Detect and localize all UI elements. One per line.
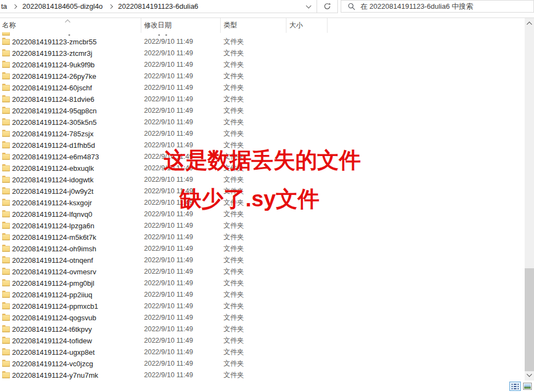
folder-row[interactable]: 20220814191124-ovmesrv 2022/9/10 11:49 文… [0, 266, 515, 278]
folder-icon [2, 61, 10, 68]
item-type: 文件夹 [223, 358, 244, 370]
folder-name: 20220814191124-9uk9f9b [12, 59, 95, 71]
folder-row[interactable]: 20220814191124-pp2iiuq 2022/9/10 11:49 文… [0, 289, 515, 301]
folder-name: 20220814191124-ebxuqlk [12, 163, 94, 174]
address-bar: ta 20220814184605-dizgl4o 20220814191123… [0, 0, 317, 13]
scrollbar-down-arrow[interactable] [527, 372, 532, 377]
search-box[interactable] [341, 0, 534, 13]
date-modified: 2022/9/10 11:49 [144, 232, 193, 243]
sort-ascending-icon [65, 20, 71, 25]
folder-row[interactable]: 20220814191124-t6tkpvy 2022/9/10 11:49 文… [0, 324, 515, 335]
folder-name: 20220814191124-j0w9y2t [12, 186, 94, 197]
item-type: 文件夹 [223, 105, 244, 117]
column-header-name-label: 名称 [2, 21, 16, 30]
folder-name: 20220814191124-785zsjx [12, 128, 94, 140]
item-type: 文件夹 [223, 278, 244, 289]
scrollbar-up-arrow[interactable] [527, 22, 532, 27]
folder-name: 20220814191124-vc0jzcg [12, 358, 93, 370]
folder-row[interactable]: 20220814191124-pmg0bjl 2022/9/10 11:49 文… [0, 278, 515, 289]
folder-icon [2, 118, 10, 126]
folder-row[interactable]: 20220814191124-95qp8cn 2022/9/10 11:49 文… [0, 105, 515, 117]
item-type: 文件夹 [223, 128, 244, 140]
folder-row[interactable]: 20220814191124-ppmxcb1 2022/9/10 11:49 文… [0, 301, 515, 312]
folder-icon [2, 348, 10, 356]
item-type: 文件夹 [223, 255, 244, 266]
date-modified: 2022/9/10 11:49 [144, 335, 193, 347]
folder-row[interactable]: 20220814191124-9uk9f9b 2022/9/10 11:49 文… [0, 59, 515, 71]
folder-row[interactable]: 20220814191124-vc0jzcg 2022/9/10 11:49 文… [0, 358, 515, 370]
date-modified: 2022/9/10 11:49 [144, 174, 193, 186]
folder-row[interactable]: 20220814191124-785zsjx 2022/9/10 11:49 文… [0, 128, 515, 140]
folder-name: 20220814191124-ugxp8et [12, 347, 95, 358]
folder-row[interactable]: 20220814191124-60jschf 2022/9/10 11:49 文… [0, 82, 515, 94]
folder-row[interactable]: 20220814191124-qogsvub 2022/9/10 11:49 文… [0, 312, 515, 324]
folder-row[interactable]: 20220814191124-26py7ke 2022/9/10 11:49 文… [0, 71, 515, 82]
details-view-button[interactable] [509, 382, 521, 391]
date-modified: 2022/9/10 11:49 [144, 220, 193, 232]
folder-row[interactable]: 20220814191123-ztcmr3j 2022/9/10 11:49 文… [0, 48, 515, 59]
date-modified: 2022/9/10 11:49 [144, 358, 193, 370]
item-type: 文件夹 [223, 324, 244, 335]
clipped-row-top [0, 32, 515, 36]
folder-name: 20220814191124-305k5n5 [12, 117, 96, 128]
folder-name: 20220814191124-t6tkpvy [12, 324, 92, 335]
folder-name: 20220814191124-pp2iiuq [12, 289, 93, 301]
breadcrumb-segment-parent[interactable]: 20220814184605-dizgl4o [22, 2, 103, 10]
folder-name: 20220814191124-d1fhb5d [12, 140, 95, 151]
date-modified: 2022/9/10 11:49 [144, 324, 193, 335]
folder-icon [2, 302, 10, 310]
address-dropdown-button[interactable] [300, 0, 317, 13]
folder-icon [2, 164, 10, 172]
folder-name: 20220814191124-26py7ke [12, 71, 96, 82]
folder-icon [2, 371, 10, 379]
column-header-name[interactable]: 名称 [0, 18, 141, 33]
date-modified: 2022/9/10 11:49 [144, 266, 193, 278]
item-type: 文件夹 [223, 174, 244, 186]
folder-name: 20220814191124-tofidew [12, 335, 92, 347]
folder-icon [2, 222, 10, 229]
folder-row[interactable]: 20220814191124-lpzga6n 2022/9/10 11:49 文… [0, 220, 515, 232]
folder-icon [2, 153, 10, 160]
folder-row[interactable]: 20220814191124-idogwtk 2022/9/10 11:49 文… [0, 174, 515, 186]
vertical-scrollbar[interactable] [525, 18, 534, 381]
refresh-button[interactable] [317, 0, 338, 13]
item-type: 文件夹 [223, 289, 244, 301]
folder-row[interactable]: 20220814191124-305k5n5 2022/9/10 11:49 文… [0, 117, 515, 128]
date-modified: 2022/9/10 11:49 [144, 289, 193, 301]
search-input[interactable] [360, 2, 533, 10]
item-type: 文件夹 [223, 347, 244, 358]
breadcrumb-segment-current[interactable]: 20220814191123-6dulia6 [118, 2, 199, 10]
item-type: 文件夹 [223, 232, 244, 243]
folder-icon [2, 210, 10, 218]
folder-row[interactable]: 20220814191123-zmcbr55 2022/9/10 11:49 文… [0, 36, 515, 48]
date-modified: 2022/9/10 11:49 [144, 347, 193, 358]
folder-name: 20220814191124-ppmxcb1 [12, 301, 98, 312]
folder-name: 20220814191124-ksxgojr [12, 197, 92, 209]
item-type: 文件夹 [223, 59, 244, 71]
folder-row[interactable]: 20220814191124-m5k6t7k 2022/9/10 11:49 文… [0, 232, 515, 243]
date-modified: 2022/9/10 11:49 [144, 117, 193, 128]
column-header-date-modified[interactable]: 修改日期 [141, 18, 221, 33]
breadcrumb-segment-root[interactable]: ta [1, 2, 7, 10]
annotation-text-line1: 这是数据丢失的文件 [164, 149, 361, 171]
scrollbar-thumb[interactable] [525, 268, 534, 371]
folder-icon [2, 337, 10, 344]
date-modified: 2022/9/10 11:49 [144, 128, 193, 140]
folder-row[interactable]: 20220814191124-y7nu7mk 2022/9/10 11:49 文… [0, 370, 515, 381]
folder-name: 20220814191124-idogwtk [12, 174, 94, 186]
folder-row[interactable]: 20220814191124-81dvie6 2022/9/10 11:49 文… [0, 94, 515, 105]
folder-row[interactable]: 20220814191124-tofidew 2022/9/10 11:49 文… [0, 335, 515, 347]
column-header-date-label: 修改日期 [144, 21, 171, 30]
folder-row[interactable]: 20220814191124-otnqenf 2022/9/10 11:49 文… [0, 255, 515, 266]
thumbnail-view-button[interactable] [523, 383, 532, 390]
column-header-type[interactable]: 类型 [221, 18, 286, 33]
clipped-text-remnant [158, 34, 160, 36]
column-header-size[interactable]: 大小 [286, 18, 328, 33]
folder-row[interactable]: 20220814191124-oh9imsh 2022/9/10 11:49 文… [0, 243, 515, 255]
column-header-row: 名称 修改日期 类型 大小 [0, 18, 515, 33]
folder-name: 20220814191124-y7nu7mk [12, 370, 98, 381]
date-modified: 2022/9/10 11:49 [144, 255, 193, 266]
folder-icon [2, 84, 10, 91]
date-modified: 2022/9/10 11:49 [144, 71, 193, 82]
folder-row[interactable]: 20220814191124-ugxp8et 2022/9/10 11:49 文… [0, 347, 515, 358]
